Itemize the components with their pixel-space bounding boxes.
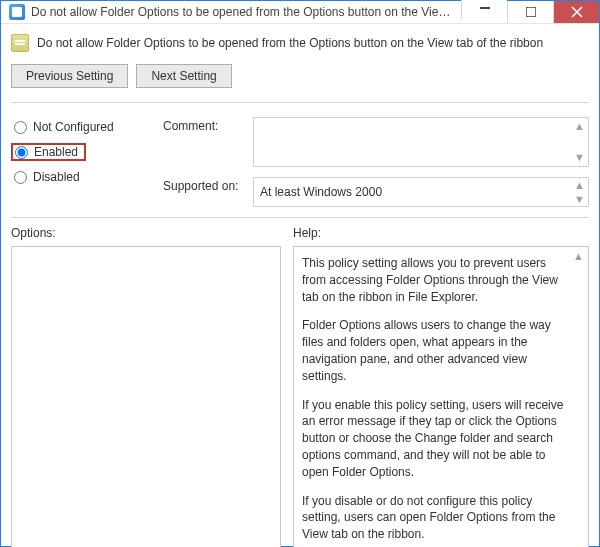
- scroll-up-icon[interactable]: ▲: [573, 248, 584, 265]
- radio-enabled-input[interactable]: [15, 146, 28, 159]
- help-paragraph: If you disable or do not configure this …: [302, 493, 566, 543]
- nav-buttons: Previous Setting Next Setting: [11, 64, 589, 88]
- help-panel: This policy setting allows you to preven…: [293, 246, 589, 547]
- scroll-down-icon: ▼: [574, 192, 585, 206]
- app-icon: [9, 4, 25, 20]
- help-label: Help:: [293, 226, 589, 240]
- comment-scrollbar[interactable]: ▲ ▼: [571, 118, 588, 166]
- state-radios: Not Configured Enabled Disabled: [11, 117, 151, 185]
- radio-disabled-label: Disabled: [33, 170, 80, 184]
- supported-label: Supported on:: [163, 177, 243, 193]
- help-paragraph: Folder Options allows users to change th…: [302, 317, 566, 384]
- svg-rect-0: [480, 7, 490, 9]
- policy-icon: [11, 34, 29, 52]
- help-paragraph: If you enable this policy setting, users…: [302, 397, 566, 481]
- scroll-up-icon: ▲: [574, 178, 585, 192]
- panel-labels: Options: Help:: [11, 226, 589, 240]
- help-scrollbar[interactable]: ▲ ▼: [570, 248, 587, 547]
- radio-not-configured-input[interactable]: [14, 121, 27, 134]
- policy-editor-window: Do not allow Folder Options to be opened…: [0, 0, 600, 547]
- supported-row: Supported on: At least Windows 2000 ▲ ▼: [163, 177, 589, 207]
- supported-value-box: At least Windows 2000 ▲ ▼: [253, 177, 589, 207]
- previous-setting-button[interactable]: Previous Setting: [11, 64, 128, 88]
- radio-enabled[interactable]: Enabled: [11, 143, 86, 161]
- next-setting-button[interactable]: Next Setting: [136, 64, 231, 88]
- svg-rect-1: [526, 7, 536, 17]
- supported-scrollbar: ▲ ▼: [571, 178, 588, 206]
- policy-title: Do not allow Folder Options to be opened…: [37, 36, 543, 50]
- radio-disabled[interactable]: Disabled: [11, 169, 151, 185]
- client-area: Do not allow Folder Options to be opened…: [1, 24, 599, 547]
- field-column: Comment: ▲ ▼ Supported on: At least Wind…: [163, 117, 589, 207]
- minimize-button[interactable]: [461, 0, 507, 19]
- scroll-down-icon[interactable]: ▼: [574, 149, 585, 166]
- supported-value: At least Windows 2000: [260, 185, 382, 199]
- help-paragraph: This policy setting allows you to preven…: [302, 255, 566, 305]
- panels: This policy setting allows you to preven…: [11, 246, 589, 547]
- radio-disabled-input[interactable]: [14, 171, 27, 184]
- policy-header: Do not allow Folder Options to be opened…: [11, 32, 589, 58]
- window-title: Do not allow Folder Options to be opened…: [31, 5, 461, 19]
- config-row: Not Configured Enabled Disabled Comment:…: [11, 117, 589, 207]
- maximize-button[interactable]: [507, 1, 553, 23]
- comment-input[interactable]: ▲ ▼: [253, 117, 589, 167]
- comment-label: Comment:: [163, 117, 243, 133]
- radio-enabled-label: Enabled: [34, 145, 78, 159]
- separator: [11, 217, 589, 218]
- options-label: Options:: [11, 226, 281, 240]
- close-button[interactable]: [553, 1, 599, 23]
- titlebar[interactable]: Do not allow Folder Options to be opened…: [1, 1, 599, 24]
- scroll-up-icon[interactable]: ▲: [574, 118, 585, 135]
- radio-not-configured[interactable]: Not Configured: [11, 119, 151, 135]
- options-panel: [11, 246, 281, 547]
- comment-row: Comment: ▲ ▼: [163, 117, 589, 167]
- radio-not-configured-label: Not Configured: [33, 120, 114, 134]
- separator: [11, 102, 589, 103]
